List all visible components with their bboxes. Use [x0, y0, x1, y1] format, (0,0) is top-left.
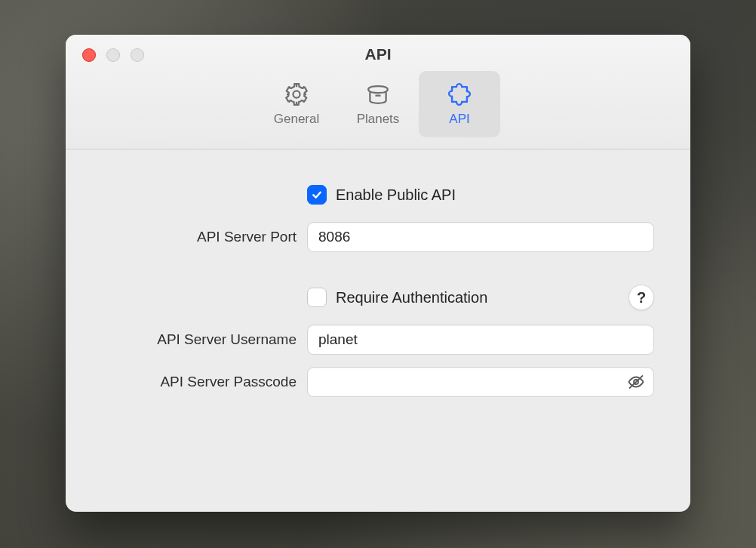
gear-icon — [282, 82, 311, 107]
preferences-window: API General — [66, 35, 690, 512]
close-button[interactable] — [82, 48, 96, 62]
passcode-label: API Server Passcode — [102, 374, 307, 390]
eye-slash-icon[interactable] — [627, 373, 645, 391]
tab-label: Planets — [357, 112, 400, 127]
passcode-input[interactable] — [307, 367, 654, 397]
tab-api[interactable]: API — [419, 71, 500, 137]
help-button[interactable]: ? — [628, 285, 654, 310]
username-label: API Server Username — [102, 331, 307, 348]
tab-label: API — [449, 112, 469, 127]
minimize-button[interactable] — [106, 48, 120, 62]
username-input[interactable] — [307, 325, 654, 355]
require-auth-label: Require Authentication — [336, 289, 487, 306]
archive-icon — [364, 82, 392, 107]
svg-point-0 — [293, 91, 300, 97]
tab-label: General — [274, 112, 319, 127]
puzzle-icon — [445, 82, 474, 107]
titlebar: API General — [66, 35, 690, 149]
enable-api-label: Enable Public API — [336, 186, 456, 204]
enable-api-checkbox[interactable] — [307, 185, 327, 205]
window-traffic-lights — [82, 48, 144, 62]
tab-planets[interactable]: Planets — [337, 71, 419, 137]
require-auth-checkbox[interactable] — [307, 288, 327, 307]
port-label: API Server Port — [102, 229, 307, 245]
tab-panel-api: Enable Public API API Server Port Requir… — [66, 149, 690, 512]
window-title: API — [364, 45, 391, 63]
port-input[interactable] — [307, 222, 654, 252]
tab-general[interactable]: General — [256, 71, 337, 137]
zoom-button[interactable] — [131, 48, 144, 62]
toolbar-tabs: General Planets API — [256, 71, 500, 137]
